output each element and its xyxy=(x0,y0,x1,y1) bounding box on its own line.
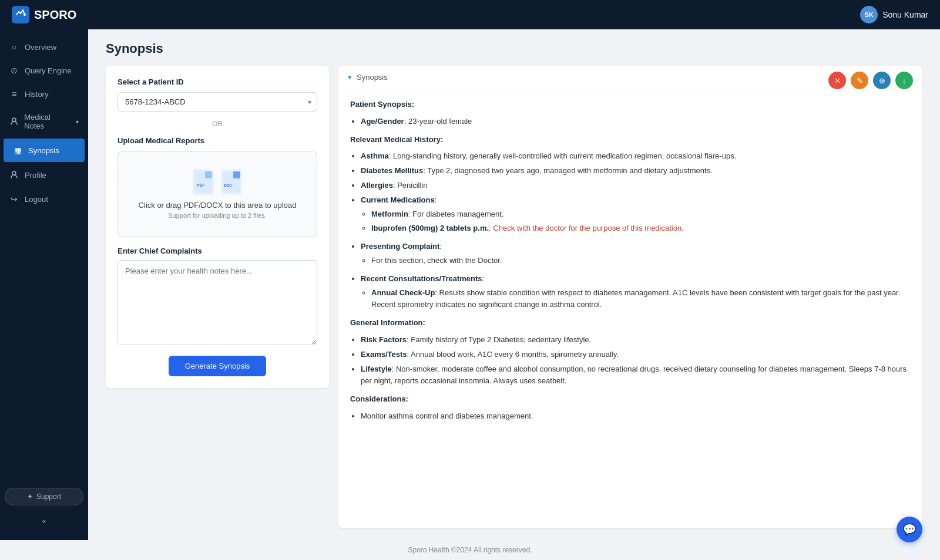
synopsis-collapse-icon[interactable]: ▾ xyxy=(348,73,352,82)
consideration-item: Monitor asthma control and diabetes mana… xyxy=(361,410,911,423)
health-notes-textarea[interactable] xyxy=(118,260,317,345)
sidebar-item-profile[interactable]: Profile xyxy=(0,163,88,187)
synopsis-icon: ▦ xyxy=(13,146,22,155)
chat-bubble-button[interactable]: 💬 xyxy=(897,517,922,542)
synopsis-panel-header: ▾ Synopsis ✕ ✎ ⊕ ↓ xyxy=(338,66,922,89)
medical-history-list: Asthma: Long-standing history, generally… xyxy=(350,150,911,311)
page-title: Synopsis xyxy=(106,41,922,56)
logo-text: SPORO xyxy=(34,8,76,22)
history-allergies: Allergies: Penicillin xyxy=(361,180,911,192)
svg-point-3 xyxy=(12,171,16,175)
sidebar-item-label: Synopsis xyxy=(28,146,59,155)
sidebar-item-medical-notes[interactable]: Medical Notes ▾ xyxy=(0,106,88,137)
content-area: Synopsis Select a Patient ID 5678-1234-A… xyxy=(88,29,940,540)
logout-icon: ↪ xyxy=(9,194,19,204)
support-icon: ✦ xyxy=(27,492,33,501)
medical-history-title: Relevant Medical History: xyxy=(350,134,911,146)
general-exams: Exams/Tests: Annual blood work, A1C ever… xyxy=(361,349,911,361)
upload-text: Click or drag PDF/DOCX to this area to u… xyxy=(130,201,305,210)
collapse-button[interactable]: « xyxy=(0,511,88,531)
patient-synopsis-title: Patient Synopsis: xyxy=(350,99,911,111)
upload-subtext: Support for uploading up to 2 files. xyxy=(130,212,305,219)
topbar: SPORO SK Sonu Kumar xyxy=(0,0,940,29)
sidebar: ○ Overview ⊙ Query Engine ≡ History Medi… xyxy=(0,29,88,540)
sidebar-item-synopsis[interactable]: ▦ Synopsis xyxy=(4,139,85,162)
query-engine-icon: ⊙ xyxy=(9,66,19,75)
sidebar-item-history[interactable]: ≡ History xyxy=(0,82,88,106)
collapse-icon: « xyxy=(42,517,46,525)
age-gender-value: : 23-year-old female xyxy=(404,117,472,126)
overview-icon: ○ xyxy=(9,42,19,52)
doc-icon: DOC xyxy=(221,169,242,195)
age-gender-label: Age/Gender xyxy=(361,117,404,126)
svg-text:DOC: DOC xyxy=(224,184,232,187)
right-panel: ▾ Synopsis ✕ ✎ ⊕ ↓ Patient Synopsis: xyxy=(338,66,922,528)
general-info-list: Risk Factors: Family history of Type 2 D… xyxy=(350,334,911,387)
medications-list: Metformin: For diabetes management. Ibup… xyxy=(361,208,911,235)
user-initials: SK xyxy=(865,11,874,18)
complaint-list: For this section, check with the Doctor. xyxy=(361,255,911,267)
download-button[interactable]: ↓ xyxy=(895,72,913,89)
general-risk-factors: Risk Factors: Family history of Type 2 D… xyxy=(361,334,911,346)
or-divider: OR xyxy=(118,120,317,128)
sidebar-item-label: History xyxy=(25,90,48,99)
footer: Sporo Health ©2024 All rights reserved. xyxy=(0,540,940,560)
logo[interactable]: SPORO xyxy=(12,6,76,23)
svg-rect-8 xyxy=(233,171,240,178)
chevron-down-icon: ▾ xyxy=(76,119,79,125)
edit-button[interactable]: ✎ xyxy=(851,72,868,89)
pdf-icon: PDF xyxy=(193,169,214,195)
svg-text:PDF: PDF xyxy=(197,183,204,187)
chat-bubble-icon: 💬 xyxy=(903,523,916,536)
sidebar-item-overview[interactable]: ○ Overview xyxy=(0,35,88,59)
synopsis-actions: ✕ ✎ ⊕ ↓ xyxy=(828,72,913,89)
sidebar-item-label: Logout xyxy=(25,195,48,204)
upload-area[interactable]: PDF DOC xyxy=(118,151,317,237)
consultations-list: Annual Check-Up: Results show stable con… xyxy=(361,287,911,312)
upload-icons: PDF DOC xyxy=(130,169,305,195)
med-metformin: Metformin: For diabetes management. xyxy=(371,208,911,221)
considerations-list: Monitor asthma control and diabetes mana… xyxy=(350,410,911,423)
support-button[interactable]: ✦ Support xyxy=(5,488,83,505)
generate-synopsis-button[interactable]: Generate Synopsis xyxy=(169,356,267,376)
history-asthma: Asthma: Long-standing history, generally… xyxy=(361,150,911,163)
complaints-label: Enter Chief Complaints xyxy=(118,247,317,255)
general-info-title: General Information: xyxy=(350,317,911,329)
svg-rect-5 xyxy=(205,171,212,178)
share-button[interactable]: ⊕ xyxy=(873,72,891,89)
patient-id-select-wrapper: 5678-1234-ABCD ▾ xyxy=(118,92,317,112)
sidebar-nav: ○ Overview ⊙ Query Engine ≡ History Medi… xyxy=(0,29,88,211)
user-name: Sonu Kumar xyxy=(882,10,928,19)
support-label: Support xyxy=(36,492,61,501)
sidebar-item-label: Overview xyxy=(25,43,56,52)
synopsis-content: Patient Synopsis: Age/Gender: 23-year-ol… xyxy=(338,89,922,438)
sidebar-item-logout[interactable]: ↪ Logout xyxy=(0,187,88,211)
svg-rect-0 xyxy=(12,6,29,23)
sidebar-item-label: Profile xyxy=(25,171,46,180)
delete-button[interactable]: ✕ xyxy=(828,72,846,89)
history-diabetes: Diabetes Mellitus: Type 2, diagnosed two… xyxy=(361,165,911,177)
history-presenting-complaint: Presenting Complaint: For this section, … xyxy=(361,241,911,267)
profile-icon xyxy=(9,170,19,180)
consultation-checkup: Annual Check-Up: Results show stable con… xyxy=(371,287,911,312)
footer-text: Sporo Health ©2024 All rights reserved. xyxy=(408,546,532,554)
complaint-item: For this section, check with the Doctor. xyxy=(371,255,911,267)
sidebar-item-query-engine[interactable]: ⊙ Query Engine xyxy=(0,59,88,82)
patient-synopsis-list: Age/Gender: 23-year-old female xyxy=(350,116,911,128)
history-icon: ≡ xyxy=(9,89,19,99)
synopsis-panel-title: Synopsis xyxy=(357,73,388,82)
svg-point-2 xyxy=(12,118,16,122)
considerations-title: Considerations: xyxy=(350,393,911,406)
age-gender-item: Age/Gender: 23-year-old female xyxy=(361,116,911,128)
left-panel: Select a Patient ID 5678-1234-ABCD ▾ OR … xyxy=(106,66,329,528)
patient-id-select[interactable]: 5678-1234-ABCD xyxy=(118,92,317,112)
svg-point-1 xyxy=(24,14,26,16)
two-col-layout: Select a Patient ID 5678-1234-ABCD ▾ OR … xyxy=(106,66,922,528)
medical-notes-icon xyxy=(9,117,18,127)
history-consultations: Recent Consultations/Treatments: Annual … xyxy=(361,273,911,311)
synopsis-panel: ▾ Synopsis ✕ ✎ ⊕ ↓ Patient Synopsis: xyxy=(338,66,922,528)
user-avatar: SK xyxy=(860,6,878,23)
patient-id-label: Select a Patient ID xyxy=(118,77,317,86)
user-info: SK Sonu Kumar xyxy=(860,6,928,23)
sidebar-item-label: Query Engine xyxy=(25,66,72,75)
